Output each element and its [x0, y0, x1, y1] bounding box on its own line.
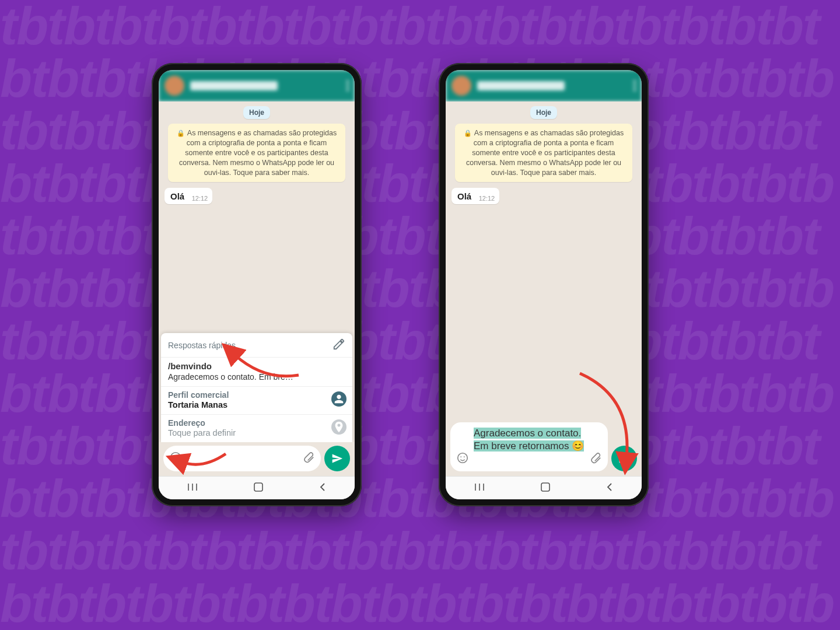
- encryption-notice-text: As mensagens e as chamadas são protegida…: [466, 129, 624, 177]
- location-badge-icon[interactable]: [331, 419, 346, 435]
- send-button[interactable]: [324, 446, 350, 471]
- lock-icon: 🔒: [177, 129, 185, 138]
- nav-back-icon[interactable]: [605, 482, 614, 494]
- message-input-row: Agradecemos o contato. Em breve retornam…: [446, 419, 642, 476]
- contact-name-blurred: [190, 81, 278, 90]
- message-input[interactable]: /: [163, 446, 321, 471]
- profile-badge-icon[interactable]: [331, 391, 346, 407]
- nav-home-icon[interactable]: [253, 482, 264, 495]
- svg-point-9: [464, 456, 465, 457]
- emoji-icon[interactable]: [456, 452, 469, 467]
- incoming-message-bubble[interactable]: Olá 12:12: [452, 188, 499, 204]
- message-input-text: /: [187, 452, 298, 465]
- message-text: Olá: [457, 191, 471, 201]
- quick-reply-preview: Agradecemos o contato. Em bre…: [168, 372, 345, 382]
- quick-replies-panel: Respostas rápidas /bemvindo Agradecemos …: [161, 333, 352, 442]
- quick-replies-header: Respostas rápidas: [161, 333, 352, 358]
- send-button[interactable]: [611, 446, 637, 471]
- chat-area[interactable]: Hoje 🔒As mensagens e as chamadas são pro…: [159, 102, 355, 442]
- svg-point-2: [177, 456, 178, 457]
- message-input[interactable]: Agradecemos o contato. Em breve retornam…: [450, 422, 608, 471]
- svg-point-1: [173, 456, 174, 457]
- message-time: 12:12: [192, 195, 208, 202]
- business-profile-row[interactable]: Perfil comercial Tortaria Manas: [161, 387, 352, 415]
- nav-back-icon[interactable]: [318, 482, 327, 494]
- phone-screen: Hoje 🔒As mensagens e as chamadas são pro…: [446, 70, 642, 499]
- nav-recents-icon[interactable]: [473, 482, 486, 494]
- svg-rect-13: [541, 483, 550, 491]
- quick-reply-item[interactable]: /bemvindo Agradecemos o contato. Em bre…: [161, 358, 352, 387]
- chat-header[interactable]: [159, 70, 355, 102]
- chat-area[interactable]: Hoje 🔒As mensagens e as chamadas são pro…: [446, 102, 642, 419]
- chat-header[interactable]: [446, 70, 642, 102]
- lock-icon: 🔒: [464, 129, 472, 138]
- svg-rect-6: [254, 483, 262, 491]
- more-options-icon[interactable]: [634, 85, 636, 87]
- encryption-notice[interactable]: 🔒As mensagens e as chamadas são protegid…: [168, 124, 345, 182]
- edit-quick-replies-icon[interactable]: [332, 338, 345, 352]
- address-label: Endereço: [168, 418, 345, 428]
- encryption-notice-text: As mensagens e as chamadas são protegida…: [179, 129, 337, 177]
- date-chip: Hoje: [243, 106, 270, 119]
- emoji-icon[interactable]: [169, 451, 182, 466]
- attachment-icon[interactable]: [302, 451, 315, 466]
- quick-replies-title: Respostas rápidas: [168, 341, 236, 350]
- address-row[interactable]: Endereço Toque para definir: [161, 415, 352, 442]
- message-text: Olá: [170, 191, 184, 201]
- contact-avatar[interactable]: [164, 76, 184, 96]
- attachment-icon[interactable]: [589, 452, 602, 467]
- contact-name-blurred: [477, 81, 565, 90]
- business-profile-label: Perfil comercial: [168, 390, 345, 400]
- svg-point-7: [458, 453, 468, 463]
- android-nav-bar: [159, 476, 355, 499]
- message-time: 12:12: [479, 195, 495, 202]
- business-profile-value: Tortaria Manas: [168, 400, 345, 410]
- encryption-notice[interactable]: 🔒As mensagens e as chamadas são protegid…: [455, 124, 632, 182]
- phone-mockup-left: Hoje 🔒As mensagens e as chamadas são pro…: [152, 63, 362, 506]
- more-options-icon[interactable]: [346, 85, 349, 87]
- phone-screen: Hoje 🔒As mensagens e as chamadas são pro…: [159, 70, 355, 499]
- contact-avatar[interactable]: [452, 76, 471, 96]
- address-value: Toque para definir: [168, 428, 345, 438]
- incoming-message-bubble[interactable]: Olá 12:12: [164, 188, 212, 204]
- android-nav-bar: [446, 476, 642, 499]
- message-input-row: /: [159, 442, 355, 476]
- nav-home-icon[interactable]: [540, 482, 551, 495]
- svg-point-8: [460, 456, 461, 457]
- date-chip: Hoje: [530, 106, 557, 119]
- nav-recents-icon[interactable]: [186, 482, 199, 494]
- background-pattern: tbtbtbtbtbtbtbtbtbtbtbtbtbtbtbtbtbtbtbtb…: [0, 0, 840, 630]
- svg-point-0: [171, 453, 181, 463]
- quick-reply-command: /bemvindo: [168, 361, 345, 371]
- phone-mockup-right: Hoje 🔒As mensagens e as chamadas são pro…: [439, 63, 649, 506]
- message-input-text: Agradecemos o contato. Em breve retornam…: [474, 427, 584, 453]
